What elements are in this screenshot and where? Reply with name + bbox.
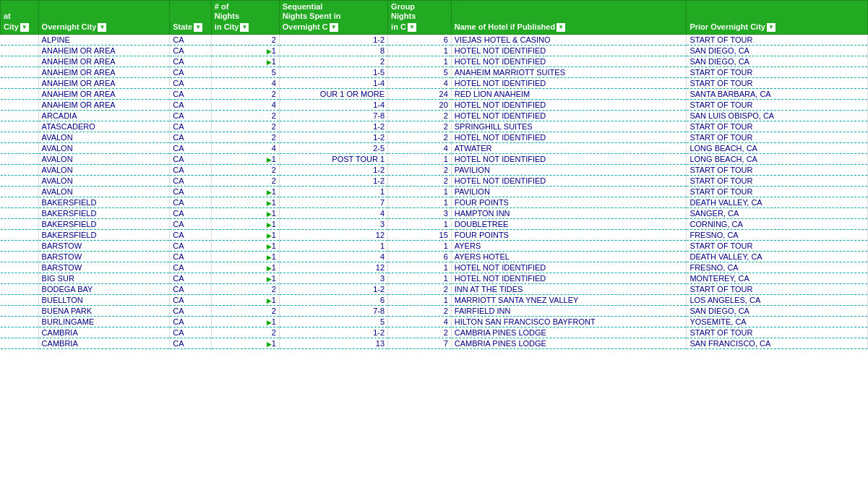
col-nights-in-city[interactable]: # of Nights in City ▼ [211,1,279,35]
main-table-container: at City ▼ Overnight City ▼ State ▼ [0,0,868,349]
table-cell: BAKERSFIELD [38,207,170,218]
table-cell: 2 [211,305,279,316]
table-cell [1,197,39,207]
table-cell: START OF TOUR [687,121,868,132]
table-cell: 7-8 [279,110,387,121]
table-cell: DEATH VALLEY, CA [687,251,868,262]
table-cell: PAVILION [451,186,687,197]
table-cell [1,240,39,251]
table-row: BARSTOWCA▶1121HOTEL NOT IDENTIFIEDFRESNO… [1,262,868,273]
table-cell: 4 [211,77,279,88]
table-cell: 1-2 [279,34,387,45]
table-cell: ANAHEIM OR AREA [38,67,170,77]
table-cell: 1-2 [279,121,387,132]
table-cell: BAKERSFIELD [38,229,170,240]
table-cell: CA [170,175,212,186]
table-cell [1,56,39,67]
table-cell [1,262,39,273]
table-cell: CAMBRIA [38,338,170,348]
table-cell: CA [170,229,212,240]
table-cell: ANAHEIM OR AREA [38,45,170,56]
table-cell: START OF TOUR [687,175,868,186]
table-row: BUENA PARKCA27-82FAIRFIELD INNSAN DIEGO,… [1,305,868,316]
green-arrow-icon: ▶ [267,189,272,196]
table-cell: CA [170,186,212,197]
table-cell: 1 [279,186,387,197]
table-row: BAKERSFIELDCA▶131DOUBLETREECORNING, CA [1,218,868,229]
col-hotel-name[interactable]: Name of Hotel if Published ▼ [451,1,687,35]
filter-icon-col2[interactable]: ▼ [98,23,106,32]
green-arrow-icon: ▶ [267,243,272,250]
table-cell [1,67,39,77]
table-cell: 1 [388,294,452,305]
table-cell: ▶1 [211,153,279,164]
filter-icon-col1[interactable]: ▼ [20,23,29,32]
table-cell [1,45,39,56]
table-cell: PAVILION [451,164,687,175]
table-cell: 15 [388,229,452,240]
table-cell [1,283,39,294]
table-cell: ANAHEIM OR AREA [38,77,170,88]
table-cell [1,273,39,283]
table-row: BAKERSFIELDCA▶143HAMPTON INNSANGER, CA [1,207,868,218]
filter-icon-col6[interactable]: ▼ [408,23,416,32]
table-cell: 1-2 [279,132,387,142]
table-cell: FRESNO, CA [687,262,868,273]
table-cell [1,305,39,316]
table-cell: FRESNO, CA [687,229,868,240]
table-cell: 4 [279,207,387,218]
table-cell: AVALON [38,142,170,153]
table-cell: 3 [279,218,387,229]
table-cell: 2 [388,121,452,132]
table-row: ANAHEIM OR AREACA51-55ANAHEIM MARRIOTT S… [1,67,868,77]
table-row: CAMBRIACA▶1137CAMBRIA PINES LODGESAN FRA… [1,338,868,348]
table-cell: SAN LUIS OBISPO, CA [687,110,868,121]
table-cell: INN AT THE TIDES [451,283,687,294]
table-cell: CA [170,56,212,67]
col-overnight-city[interactable]: Overnight City ▼ [38,1,170,35]
table-row: ANAHEIM OR AREACA41-44HOTEL NOT IDENTIFI… [1,77,868,88]
table-cell: 1 [388,45,452,56]
table-cell: FAIRFIELD INN [451,305,687,316]
table-cell [1,186,39,197]
table-cell: 1 [388,56,452,67]
table-cell [1,164,39,175]
table-cell: START OF TOUR [687,240,868,251]
filter-icon-col4[interactable]: ▼ [240,23,249,32]
filter-icon-col8[interactable]: ▼ [767,23,775,32]
table-row: CAMBRIACA21-22CAMBRIA PINES LODGESTART O… [1,327,868,338]
filter-icon-col5[interactable]: ▼ [330,23,338,32]
col-state[interactable]: State ▼ [170,1,212,35]
table-cell: SAN DIEGO, CA [687,56,868,67]
table-cell: START OF TOUR [687,186,868,197]
filter-icon-col3[interactable]: ▼ [194,23,202,32]
table-cell: CA [170,77,212,88]
green-arrow-icon: ▶ [267,265,272,272]
col-sequential-nights[interactable]: Sequential Nights Spent in Overnight C ▼ [279,1,387,35]
table-cell: CA [170,132,212,142]
table-cell: START OF TOUR [687,34,868,45]
table-row: AVALONCA42-54ATWATERLONG BEACH, CA [1,142,868,153]
green-arrow-icon: ▶ [267,254,272,261]
filter-icon-col7[interactable]: ▼ [557,23,565,32]
table-cell: 1-4 [279,77,387,88]
green-arrow-icon: ▶ [267,59,272,66]
data-table: at City ▼ Overnight City ▼ State ▼ [0,0,868,349]
table-cell: BUENA PARK [38,305,170,316]
col-group-nights[interactable]: Group Nights in C ▼ [388,1,452,35]
table-cell: 7 [279,197,387,207]
table-cell: CA [170,240,212,251]
table-cell: 3 [388,207,452,218]
table-cell: HOTEL NOT IDENTIFIED [451,132,687,142]
col-prior-city[interactable]: Prior Overnight City ▼ [687,1,868,35]
table-cell: 2 [211,283,279,294]
col-at-city[interactable]: at City ▼ [1,1,39,35]
green-arrow-icon: ▶ [267,297,272,304]
table-cell: FOUR POINTS [451,229,687,240]
table-cell: 1-2 [279,175,387,186]
table-cell: HOTEL NOT IDENTIFIED [451,110,687,121]
table-cell: 1 [388,218,452,229]
table-cell: ▶1 [211,273,279,283]
table-cell: LONG BEACH, CA [687,142,868,153]
table-cell: HAMPTON INN [451,207,687,218]
